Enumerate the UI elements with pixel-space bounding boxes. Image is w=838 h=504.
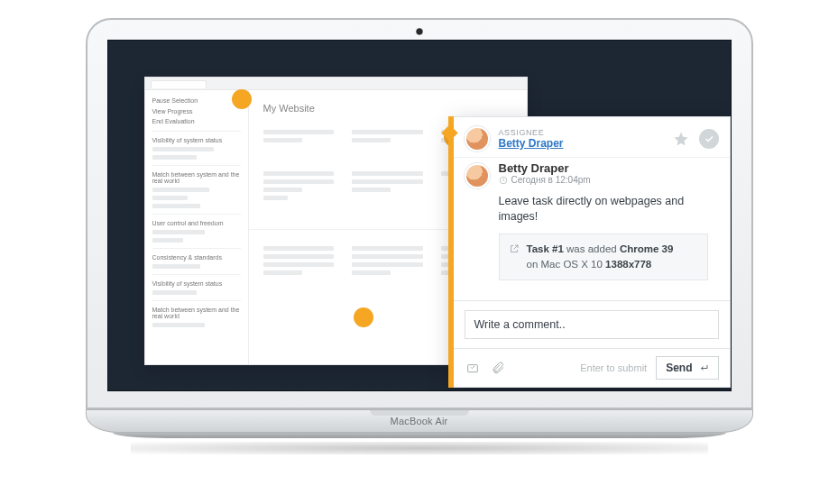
laptop-base: MacBook Air — [86, 409, 753, 433]
post-text: Leave task directly on webpages and imag… — [499, 194, 719, 225]
trackpad-notch — [370, 410, 469, 416]
browser-tab-bar — [145, 78, 527, 90]
task-meta-box: Task #1 was added Chrome 39 on Mac OS X … — [499, 234, 708, 281]
laptop-mockup: Pause Selection View Progress End Evalua… — [86, 18, 753, 454]
laptop-foot — [113, 433, 726, 438]
assignee-link[interactable]: Betty Draper — [499, 137, 564, 150]
clock-icon — [499, 176, 508, 185]
mock-sidebar: Pause Selection View Progress End Evalua… — [145, 90, 249, 364]
drop-shadow — [131, 442, 708, 454]
task-marker[interactable] — [232, 89, 252, 109]
task-panel: ASSIGNEE Betty Draper — [453, 116, 731, 388]
sidebar-action[interactable]: Pause Selection — [152, 97, 241, 105]
enter-key-icon — [698, 362, 709, 373]
sidebar-heuristic[interactable]: Visibility of system status — [152, 137, 241, 143]
post-author: Betty Draper — [499, 161, 591, 175]
star-icon[interactable] — [672, 130, 690, 148]
assignee-label: ASSIGNEE — [499, 128, 663, 137]
svg-rect-1 — [467, 365, 477, 372]
external-link-icon — [509, 243, 520, 254]
screen-bezel: Pause Selection View Progress End Evalua… — [86, 18, 753, 409]
laptop-brand-label: MacBook Air — [391, 416, 448, 426]
comment-input[interactable]: Write a comment.. — [465, 310, 719, 339]
screen: Pause Selection View Progress End Evalua… — [107, 40, 732, 391]
sidebar-heuristic[interactable]: Match between system and the real world — [152, 307, 241, 319]
sidebar-action[interactable]: End Evaluation — [152, 118, 241, 125]
attachment-icon[interactable] — [490, 360, 506, 376]
panel-accent-bar — [448, 116, 454, 388]
webcam — [416, 28, 423, 35]
sidebar-heuristic[interactable]: Visibility of system status — [152, 280, 241, 287]
sidebar-action[interactable]: View Progress — [152, 108, 241, 115]
post-timestamp: Сегодня в 12:04pm — [499, 175, 591, 185]
submit-hint: Enter to submit — [580, 362, 647, 373]
sidebar-heuristic[interactable]: Match between system and the real world — [152, 171, 241, 184]
screenshot-icon[interactable] — [465, 360, 481, 376]
avatar — [465, 126, 490, 151]
task-marker[interactable] — [354, 307, 373, 327]
check-circle-icon[interactable] — [699, 129, 719, 149]
sidebar-heuristic[interactable]: Consistency & standards — [152, 254, 241, 261]
send-button[interactable]: Send — [656, 356, 718, 380]
sidebar-heuristic[interactable]: User control and freedom — [152, 220, 241, 226]
comment-area: Write a comment.. — [454, 300, 730, 348]
page-title: My Website — [263, 103, 512, 114]
avatar — [465, 163, 490, 188]
